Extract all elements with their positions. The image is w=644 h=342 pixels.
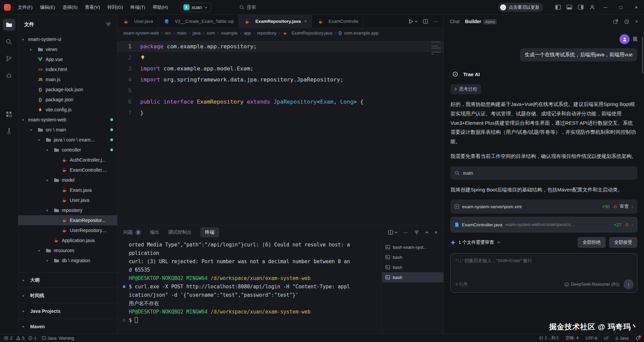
cursor-position[interactable]: 行 1，列 1 — [539, 335, 559, 341]
tree-item-folder[interactable]: ▾exam-system-web — [18, 115, 117, 125]
close-panel-icon[interactable]: × — [435, 230, 437, 235]
tab-problems[interactable]: 问题8 — [123, 229, 141, 235]
toggle-sidebar-right-icon[interactable] — [575, 2, 586, 12]
tab-user-java[interactable]: User.java — [117, 15, 158, 28]
more-actions-icon[interactable]: ⋯ — [404, 230, 408, 235]
menu-help[interactable]: 帮助(H) — [149, 2, 172, 12]
terminal-instance[interactable]: bash exam-syst... — [382, 242, 443, 252]
tree-item-folder[interactable]: ▾db \ migration — [18, 255, 117, 266]
tree-item-file[interactable]: AuthController.j... — [18, 155, 117, 165]
toggle-sidebar-left-icon[interactable] — [552, 2, 564, 12]
split-terminal-button[interactable] — [388, 230, 397, 235]
lightbulb-icon[interactable] — [140, 52, 145, 63]
tab-terminal[interactable]: 终端 — [200, 227, 219, 237]
terminal-instance[interactable]: bash — [382, 252, 443, 262]
encoding[interactable]: UTF-8 — [585, 336, 597, 341]
section-maven[interactable]: ▸Maven — [18, 319, 117, 334]
close-icon[interactable]: × — [635, 19, 638, 24]
chat-scrollbar[interactable] — [642, 37, 643, 74]
tree-item-file[interactable]: <>index.html — [18, 64, 117, 74]
tree-item-folder[interactable]: ▾src \ main — [18, 125, 117, 135]
tree-item-file[interactable]: Application.java — [18, 235, 117, 245]
review-link[interactable]: 审查 — [620, 204, 629, 210]
menu-edit[interactable]: 编辑(E) — [36, 2, 59, 12]
tree-item-file[interactable]: App.vue — [18, 54, 117, 64]
tab-debug-console[interactable]: 调试控制台 — [168, 229, 192, 235]
debug-icon[interactable] — [3, 69, 15, 81]
menu-go[interactable]: 转到(G) — [104, 2, 127, 12]
maximize-panel-icon[interactable] — [425, 231, 429, 234]
toggle-panel-bottom-icon[interactable] — [564, 2, 575, 12]
menu-file[interactable]: 文件(F) — [14, 2, 36, 12]
java-status[interactable]: Java: Warning — [42, 336, 74, 341]
filter-icon[interactable] — [106, 22, 111, 27]
terminal-output[interactable]: orted Media Type","path":"/api/login"}cu… — [117, 239, 382, 334]
tree-item-file[interactable]: {}package.json — [18, 95, 117, 105]
tab-sql[interactable]: V2__Create_Exam_Table.sql — [158, 15, 238, 28]
filter-icon[interactable] — [414, 230, 419, 234]
terminal-instance-selected[interactable]: bash — [382, 272, 443, 282]
reference-button[interactable]: # 引用 — [455, 282, 467, 287]
tree-item-file[interactable]: User.java — [18, 195, 117, 205]
extensions-icon[interactable] — [3, 108, 15, 120]
problems-status[interactable]: 2 5 1 — [4, 336, 37, 341]
tree-item-file[interactable]: UserRepository.... — [18, 225, 117, 235]
section-outline[interactable]: ▸大纲 — [18, 272, 117, 288]
tree-item-folder[interactable]: ▾controller — [18, 145, 117, 155]
minimap[interactable] — [431, 42, 441, 56]
tab-chat[interactable]: Chat — [450, 19, 460, 24]
tree-item-file[interactable]: Exam.java — [18, 185, 117, 195]
notifications-bell[interactable] — [635, 336, 640, 341]
tree-item-file[interactable]: vite.config.js — [18, 105, 117, 115]
tree-item-folder[interactable]: ▾repository — [18, 205, 117, 215]
open-in-editor-icon[interactable] — [613, 19, 618, 24]
chat-input[interactable]: "↑↓" 切换历史输入，"Shift+Enter" 换行 # 引用 DeepSe… — [450, 253, 637, 293]
reject-all-button[interactable]: 全部拒绝 — [578, 237, 606, 248]
source-control-icon[interactable] — [3, 52, 15, 64]
chevron-up-icon[interactable] — [497, 241, 500, 243]
close-button[interactable]: × — [629, 0, 644, 15]
tab-exam-repository[interactable]: ExamRepository.java × — [238, 15, 312, 28]
more-actions-icon[interactable]: ⋯ — [433, 19, 438, 24]
split-editor-icon[interactable] — [423, 19, 428, 24]
menu-view[interactable]: 查看(V) — [81, 2, 104, 12]
thinking-process-toggle[interactable]: 思考过程 — [450, 84, 481, 94]
breadcrumb[interactable]: exam-system-web› src› main› java› com› e… — [117, 28, 443, 38]
tab-output[interactable]: 输出 — [150, 229, 159, 235]
search-tool-call[interactable]: xuan — [450, 166, 637, 180]
tree-item-file-selected[interactable]: ExamRepositor... — [18, 215, 117, 225]
tree-item-folder[interactable]: ▾model — [18, 175, 117, 185]
search-icon[interactable] — [3, 36, 15, 48]
global-search[interactable]: 搜索 — [235, 3, 261, 12]
eol[interactable]: LF — [604, 336, 609, 341]
explorer-icon[interactable] — [3, 19, 15, 31]
accept-all-button[interactable]: 全部接受 — [609, 237, 637, 248]
minimize-button[interactable]: ─ — [598, 0, 613, 15]
tree-item-file[interactable]: {}package-lock.json — [18, 84, 117, 95]
account-icon[interactable] — [586, 2, 598, 12]
menu-terminal[interactable]: 终端(T) — [127, 2, 149, 12]
tree-item-file[interactable]: ExamController.... — [18, 165, 117, 175]
tree-item-folder[interactable]: ▸views — [18, 44, 117, 54]
file-change-card[interactable]: exam-system-server\pom.xml +50 -0 审查 › — [450, 199, 637, 214]
section-timeline[interactable]: ▸时间线 — [18, 288, 117, 303]
tree-item-folder[interactable]: ▾java \ com \ exam... — [18, 135, 117, 145]
tab-builder[interactable]: BuilderAlpha — [465, 19, 497, 24]
close-tab-icon[interactable]: × — [304, 19, 307, 24]
run-button[interactable] — [409, 19, 418, 24]
model-selector[interactable]: DeepSeek-Reasoner (R1) — [565, 282, 620, 287]
code-editor[interactable]: 1 package com.example.app.repository; 2 … — [117, 38, 443, 225]
history-icon[interactable] — [624, 19, 629, 24]
terminal-instance[interactable]: bash — [382, 262, 443, 272]
tree-item-file[interactable]: JSmain.js — [18, 74, 117, 84]
restart-update-button[interactable]: ↓ 点击重启以更新 — [498, 3, 543, 12]
indentation[interactable]: 空格: 4 — [566, 335, 579, 341]
send-button[interactable]: ↑ — [624, 279, 634, 289]
workspace-switcher[interactable]: X xuan — [180, 3, 211, 12]
language-mode[interactable]: {} Java — [615, 336, 629, 341]
tree-item-folder[interactable]: ▾resources — [18, 245, 117, 255]
tree-item-folder[interactable]: ▾exam-system-ui — [18, 34, 117, 44]
section-java-projects[interactable]: ▸Java Projects — [18, 303, 117, 319]
testing-flask-icon[interactable] — [3, 125, 15, 137]
maximize-button[interactable]: □ — [613, 0, 629, 15]
